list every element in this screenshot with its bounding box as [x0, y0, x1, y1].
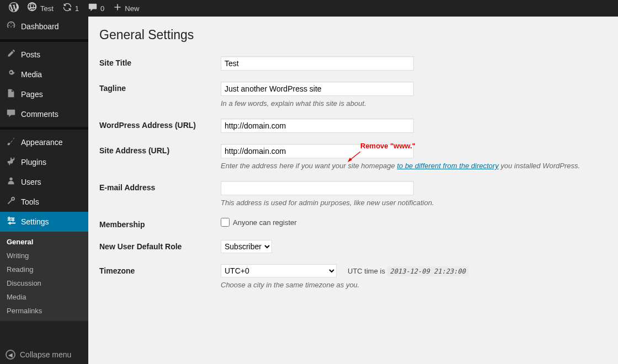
updates-count: 1	[75, 4, 79, 13]
appearance-icon	[6, 136, 17, 148]
menu-label: Posts	[21, 50, 40, 59]
email-input[interactable]	[221, 181, 414, 195]
site-icon	[28, 2, 38, 14]
menu-label: Comments	[21, 110, 58, 119]
membership-cb-text: Anyone can register	[233, 218, 297, 227]
menu-label: Dashboard	[21, 22, 59, 31]
site-name-text: Test	[40, 4, 54, 13]
collapse-menu[interactable]: ◀ Collapse menu	[0, 345, 88, 364]
page-title: General Settings	[99, 28, 607, 42]
tools-icon	[6, 196, 17, 208]
site-url-desc: Enter the address here if you want your …	[221, 162, 607, 170]
menu-settings[interactable]: Settings	[0, 212, 88, 232]
menu-label: Appearance	[21, 138, 63, 147]
utc-time-pre: UTC time is	[348, 267, 387, 275]
utc-time-val: 2013-12-09 21:23:00	[387, 266, 468, 276]
pages-icon	[6, 88, 17, 100]
media-icon	[6, 68, 17, 81]
comments-icon	[88, 2, 98, 14]
utc-time: UTC time is 2013-12-09 21:23:00	[348, 267, 468, 275]
settings-submenu: General Writing Reading Discussion Media…	[0, 232, 88, 321]
timezone-label: Timezone	[99, 264, 221, 275]
site-url-desc-link[interactable]: to be different from the directory	[397, 162, 498, 170]
membership-label: Membership	[99, 218, 221, 229]
tagline-desc: In a few words, explain what this site i…	[221, 99, 607, 108]
collapse-icon: ◀	[6, 350, 15, 360]
new-content[interactable]: New	[109, 0, 143, 17]
menu-label: Settings	[21, 217, 49, 226]
tagline-label: Tagline	[99, 82, 221, 93]
site-url-desc-pre: Enter the address here if you want your …	[221, 162, 397, 170]
tagline-input[interactable]	[221, 82, 414, 96]
comments-count: 0	[100, 4, 104, 13]
wp-url-label: WordPress Address (URL)	[99, 119, 221, 130]
submenu-reading[interactable]: Reading	[0, 263, 88, 276]
posts-icon	[6, 49, 17, 61]
role-label: New User Default Role	[99, 240, 221, 251]
menu-tools[interactable]: Tools	[0, 192, 88, 212]
site-name[interactable]: Test	[23, 0, 58, 17]
timezone-select[interactable]: UTC+0	[221, 264, 337, 277]
menu-appearance[interactable]: Appearance	[0, 132, 88, 152]
update-icon	[62, 2, 72, 14]
admin-sidebar: Dashboard Posts Media Pages Comments App…	[0, 17, 88, 364]
menu-separator	[0, 127, 88, 130]
site-url-label: Site Address (URL)	[99, 144, 221, 155]
submenu-media[interactable]: Media	[0, 290, 88, 304]
comments-menu-icon	[6, 108, 17, 120]
email-desc: This address is used for admin purposes,…	[221, 199, 607, 207]
membership-checkbox[interactable]	[221, 218, 230, 227]
menu-plugins[interactable]: Plugins	[0, 152, 88, 172]
submenu-discussion[interactable]: Discussion	[0, 276, 88, 290]
collapse-label: Collapse menu	[20, 350, 71, 359]
site-url-desc-post: you installed WordPress.	[499, 162, 580, 170]
annotation-text: Remove "www."	[360, 142, 415, 150]
wp-logo[interactable]	[4, 0, 23, 17]
submenu-permalinks[interactable]: Permalinks	[0, 304, 88, 318]
menu-label: Tools	[21, 197, 39, 206]
plus-icon	[113, 3, 122, 14]
wp-url-input[interactable]	[221, 119, 414, 133]
site-title-label: Site Title	[99, 56, 221, 67]
menu-dashboard[interactable]: Dashboard	[0, 17, 88, 36]
timezone-desc: Choose a city in the same timezone as yo…	[221, 281, 607, 289]
role-select[interactable]: Subscriber	[221, 240, 272, 253]
menu-label: Pages	[21, 90, 43, 99]
updates[interactable]: 1	[58, 0, 83, 17]
menu-label: Plugins	[21, 158, 46, 167]
settings-icon	[6, 216, 17, 228]
dashboard-icon	[6, 20, 17, 33]
menu-label: Users	[21, 178, 41, 186]
menu-label: Media	[21, 70, 42, 79]
new-label: New	[125, 4, 139, 13]
menu-media[interactable]: Media	[0, 65, 88, 84]
comments[interactable]: 0	[83, 0, 109, 17]
menu-users[interactable]: Users	[0, 172, 88, 192]
menu-separator	[0, 39, 88, 42]
admin-bar: Test 1 0 New	[0, 0, 618, 17]
menu-pages[interactable]: Pages	[0, 84, 88, 104]
content: General Settings Site Title Tagline In a…	[88, 17, 618, 364]
site-title-input[interactable]	[221, 56, 414, 71]
wordpress-icon	[9, 2, 19, 14]
submenu-writing[interactable]: Writing	[0, 249, 88, 263]
email-label: E-mail Address	[99, 181, 221, 192]
users-icon	[6, 176, 17, 188]
menu-posts[interactable]: Posts	[0, 45, 88, 65]
plugins-icon	[6, 156, 17, 168]
membership-checkbox-label[interactable]: Anyone can register	[221, 218, 607, 227]
menu-comments[interactable]: Comments	[0, 104, 88, 124]
submenu-general[interactable]: General	[0, 235, 88, 249]
